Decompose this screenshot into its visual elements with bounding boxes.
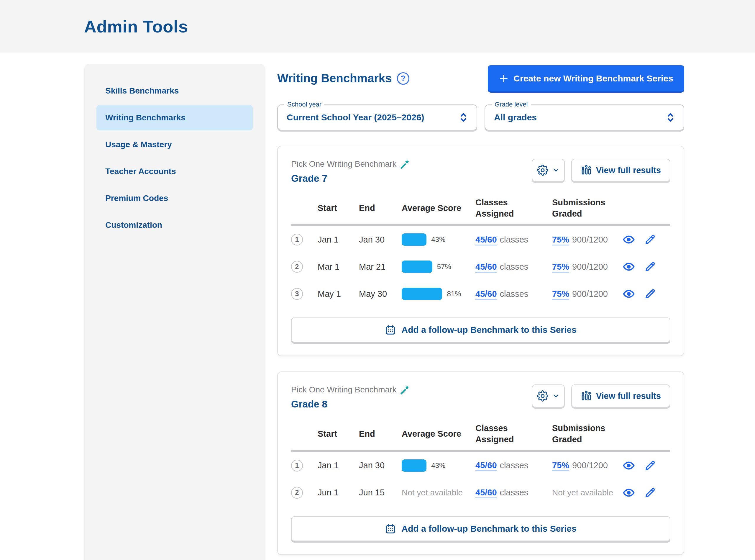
submissions-not-available: Not yet available: [552, 488, 613, 497]
col-classes-assigned: Classes Assigned: [475, 421, 529, 447]
grade-level-select[interactable]: Grade level All grades: [485, 104, 684, 131]
grade-level-value: All grades: [494, 113, 537, 122]
end-date: Mar 21: [359, 262, 402, 272]
submissions-graded-link[interactable]: 75%: [552, 262, 569, 273]
sidebar-item-writing-benchmarks[interactable]: Writing Benchmarks: [97, 105, 253, 131]
end-date: Jan 30: [359, 235, 402, 245]
eye-icon: [623, 288, 635, 300]
start-date: Mar 1: [318, 262, 359, 272]
edit-row-button[interactable]: [644, 288, 656, 300]
average-score-bar: [402, 288, 442, 300]
row-number-badge: 2: [291, 487, 303, 499]
help-icon[interactable]: ?: [396, 72, 410, 85]
eye-icon: [623, 261, 635, 273]
edit-row-button[interactable]: [644, 233, 656, 246]
sidebar-item-teacher-accounts[interactable]: Teacher Accounts: [97, 159, 253, 184]
add-followup-label: Add a follow-up Benchmark to this Series: [401, 325, 576, 335]
pencil-icon: [644, 261, 656, 273]
table-divider: [291, 224, 670, 226]
edit-row-button[interactable]: [644, 261, 656, 273]
series-type: Pick One Writing Benchmark: [291, 384, 410, 395]
school-year-label: School year: [284, 101, 324, 108]
page-title: Admin Tools: [84, 17, 188, 36]
average-score-bar: [402, 261, 432, 273]
add-followup-benchmark-button[interactable]: Add a follow-up Benchmark to this Series: [291, 516, 670, 541]
classes-assigned-link[interactable]: 45/60: [475, 488, 497, 498]
classes-assigned-link[interactable]: 45/60: [475, 262, 497, 273]
submissions-graded-link[interactable]: 75%: [552, 289, 569, 300]
calendar-icon: [385, 523, 396, 534]
pencil-icon: [644, 486, 656, 499]
average-score-bar: [402, 459, 426, 472]
classes-assigned-link[interactable]: 45/60: [475, 461, 497, 471]
view-full-results-label: View full results: [596, 165, 661, 175]
benchmark-row-2: 2 Mar 1 Mar 21 57% 45/60classes 75%900/1…: [291, 253, 670, 280]
sidebar-item-premium-codes[interactable]: Premium Codes: [97, 185, 253, 211]
view-row-button[interactable]: [623, 233, 635, 246]
school-year-select[interactable]: School year Current School Year (2025–20…: [277, 104, 477, 131]
sidebar: Skills Benchmarks Writing Benchmarks Usa…: [84, 64, 265, 560]
magic-wand-icon: [400, 384, 410, 395]
series-grade: Grade 7: [291, 173, 410, 184]
series-type: Pick One Writing Benchmark: [291, 159, 410, 169]
col-average-score: Average Score: [402, 201, 475, 216]
sidebar-item-usage-mastery[interactable]: Usage & Mastery: [97, 132, 253, 157]
table-header-row: Start End Average Score Classes Assigned…: [291, 421, 670, 447]
gear-icon: [537, 165, 548, 176]
pencil-icon: [644, 459, 656, 472]
sidebar-item-customization[interactable]: Customization: [97, 213, 253, 238]
view-row-button[interactable]: [623, 486, 635, 499]
benchmark-row-1: 1 Jan 1 Jan 30 43% 45/60classes 75%900/1…: [291, 452, 670, 479]
start-date: Jan 1: [318, 461, 359, 470]
eye-icon: [623, 459, 635, 472]
view-full-results-button[interactable]: View full results: [571, 384, 670, 407]
magic-wand-icon: [400, 159, 410, 169]
add-followup-benchmark-button[interactable]: Add a follow-up Benchmark to this Series: [291, 318, 670, 342]
calendar-icon: [385, 324, 396, 336]
submissions-graded-link[interactable]: 75%: [552, 461, 569, 471]
view-row-button[interactable]: [623, 261, 635, 273]
classes-suffix: classes: [500, 262, 529, 272]
sidebar-item-skills-benchmarks[interactable]: Skills Benchmarks: [97, 78, 253, 104]
classes-assigned-link[interactable]: 45/60: [475, 289, 497, 300]
submissions-count: 900/1200: [572, 262, 608, 272]
edit-row-button[interactable]: [644, 486, 656, 499]
col-start: Start: [318, 201, 359, 216]
classes-assigned-link[interactable]: 45/60: [475, 235, 497, 245]
start-date: Jun 1: [318, 488, 359, 497]
score-not-available: Not yet available: [402, 488, 463, 497]
series-type-label: Pick One Writing Benchmark: [291, 385, 396, 395]
start-date: Jan 1: [318, 235, 359, 245]
grade-level-label: Grade level: [492, 101, 531, 108]
table-header-row: Start End Average Score Classes Assigned…: [291, 195, 670, 221]
create-button-label: Create new Writing Benchmark Series: [513, 74, 673, 83]
benchmark-card-grade-7: Pick One Writing Benchmark Grade 7 View …: [277, 146, 684, 356]
col-submissions-graded: Submissions Graded: [552, 195, 614, 221]
eye-icon: [623, 233, 635, 246]
series-type-label: Pick One Writing Benchmark: [291, 159, 396, 169]
pencil-icon: [644, 288, 656, 300]
average-score-label: 43%: [431, 236, 445, 244]
submissions-graded-link[interactable]: 75%: [552, 235, 569, 245]
submissions-count: 900/1200: [572, 289, 608, 299]
create-benchmark-series-button[interactable]: Create new Writing Benchmark Series: [488, 65, 684, 92]
school-year-value: Current School Year (2025–2026): [287, 113, 424, 122]
view-full-results-label: View full results: [596, 391, 661, 401]
row-number-badge: 1: [291, 234, 303, 245]
series-settings-button[interactable]: [532, 384, 565, 407]
series-settings-button[interactable]: [532, 159, 565, 182]
view-row-button[interactable]: [623, 459, 635, 472]
view-row-button[interactable]: [623, 288, 635, 300]
benchmark-card-grade-8: Pick One Writing Benchmark Grade 8 View …: [277, 372, 684, 555]
benchmark-row-1: 1 Jan 1 Jan 30 43% 45/60classes 75%900/1…: [291, 226, 670, 253]
submissions-count: 900/1200: [572, 461, 608, 470]
row-number-badge: 3: [291, 288, 303, 300]
view-full-results-button[interactable]: View full results: [571, 159, 670, 182]
col-classes-assigned: Classes Assigned: [475, 195, 529, 221]
col-end: End: [359, 427, 402, 441]
benchmark-row-2: 2 Jun 1 Jun 15 Not yet available 45/60cl…: [291, 479, 670, 506]
classes-suffix: classes: [500, 461, 529, 470]
edit-row-button[interactable]: [644, 459, 656, 472]
section-title: Writing Benchmarks: [277, 72, 392, 85]
app-header: Admin Tools: [0, 0, 755, 53]
